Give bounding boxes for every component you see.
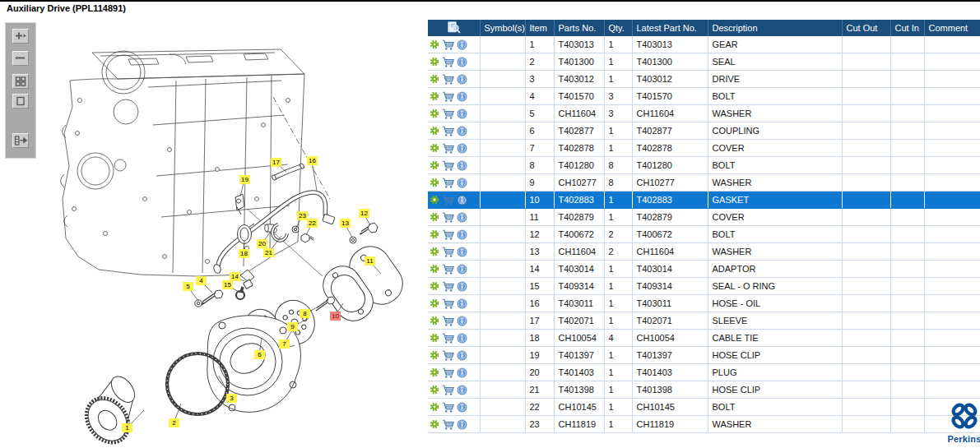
gear-button[interactable]: [430, 160, 439, 170]
table-row[interactable]: 10T4028831T402883GASKET: [428, 192, 980, 209]
table-row[interactable]: 13CH116042CH11604WASHER: [428, 243, 980, 261]
info-button[interactable]: [457, 126, 467, 136]
table-row[interactable]: 22CH101451CH10145BOLT: [428, 399, 980, 416]
cart-button[interactable]: [442, 177, 454, 189]
gear-button[interactable]: [430, 298, 439, 308]
info-button[interactable]: [457, 350, 467, 361]
table-row[interactable]: 1T4030131T403013GEAR: [428, 36, 980, 53]
info-button[interactable]: [457, 281, 467, 292]
info-button[interactable]: [457, 143, 467, 154]
info-button[interactable]: [457, 419, 467, 430]
table-row[interactable]: 11T4028791T402879COVER: [428, 209, 980, 226]
gear-button[interactable]: [430, 229, 439, 239]
gear-button[interactable]: [430, 333, 439, 343]
cart-button[interactable]: [442, 401, 454, 413]
cart-button[interactable]: [442, 211, 454, 224]
gear-button[interactable]: [430, 367, 439, 377]
callout-label-21[interactable]: 21: [263, 248, 274, 257]
cart-button[interactable]: [442, 263, 454, 275]
callout-label-6[interactable]: 6: [254, 350, 265, 359]
info-button[interactable]: [457, 39, 467, 50]
cart-button[interactable]: [442, 159, 454, 172]
table-row[interactable]: 7T4028781T402878COVER: [428, 140, 980, 157]
info-button[interactable]: [457, 333, 467, 344]
cart-button[interactable]: [442, 367, 454, 379]
gear-button[interactable]: [430, 212, 439, 222]
cart-button[interactable]: [442, 315, 454, 327]
callout-label-18[interactable]: 18: [239, 249, 249, 258]
info-button[interactable]: [457, 74, 467, 85]
table-row[interactable]: 14T4030141T403014ADAPTOR: [428, 261, 980, 278]
gear-button[interactable]: [430, 402, 439, 412]
info-button[interactable]: [457, 91, 467, 102]
gear-button[interactable]: [430, 247, 439, 256]
zoom-in-button[interactable]: [12, 29, 29, 44]
callout-label-4[interactable]: 4: [196, 276, 207, 285]
info-button[interactable]: [457, 298, 467, 309]
info-button[interactable]: [457, 367, 467, 378]
callout-label-23[interactable]: 23: [297, 211, 308, 220]
table-row[interactable]: 20T4014031T401403PLUG: [428, 364, 980, 381]
cart-button[interactable]: [442, 108, 454, 120]
callout-label-13[interactable]: 13: [340, 219, 351, 228]
info-button[interactable]: [457, 178, 467, 188]
table-row[interactable]: 9CH102778CH10277WASHER: [428, 174, 980, 192]
gear-button[interactable]: [430, 178, 439, 187]
gear-button[interactable]: [430, 195, 439, 205]
cart-button[interactable]: [442, 418, 454, 431]
callout-label-12[interactable]: 12: [359, 209, 369, 218]
table-row[interactable]: 5CH116043CH11604WASHER: [428, 105, 980, 122]
callout-label-16[interactable]: 16: [307, 156, 318, 165]
info-button[interactable]: [457, 264, 467, 275]
callout-label-22[interactable]: 22: [307, 219, 318, 228]
table-row[interactable]: 21T4013981T401398HOSE CLIP: [428, 381, 980, 399]
table-row[interactable]: 23CH118191CH11819WASHER: [428, 416, 980, 433]
info-button[interactable]: [457, 229, 467, 240]
callout-label-9[interactable]: 9: [287, 322, 298, 331]
callout-label-8[interactable]: 8: [300, 309, 310, 318]
table-row[interactable]: 15T4093141T409314SEAL - O RING: [428, 278, 980, 295]
callout-label-19[interactable]: 19: [239, 175, 250, 184]
table-row[interactable]: 16T4030111T403011HOSE - OIL: [428, 295, 980, 312]
info-button[interactable]: [457, 195, 467, 206]
table-row[interactable]: 6T4028771T402877COUPLING: [428, 122, 980, 140]
info-button[interactable]: [457, 212, 467, 223]
gear-button[interactable]: [430, 126, 439, 136]
gear-button[interactable]: [430, 281, 439, 291]
gear-button[interactable]: [430, 385, 439, 395]
cart-button[interactable]: [442, 194, 454, 206]
callout-label-5[interactable]: 5: [183, 282, 193, 291]
table-row[interactable]: 17T4020711T402071SLEEVE: [428, 312, 980, 330]
gear-button[interactable]: [430, 74, 439, 84]
info-button[interactable]: [457, 247, 467, 257]
info-button[interactable]: [457, 385, 467, 395]
cart-button[interactable]: [442, 56, 454, 68]
callout-label-7[interactable]: 7: [279, 339, 290, 349]
info-button[interactable]: [457, 160, 467, 171]
cart-button[interactable]: [442, 280, 454, 293]
gear-button[interactable]: [430, 316, 439, 326]
cart-button[interactable]: [442, 142, 454, 155]
info-button[interactable]: [457, 109, 467, 119]
callout-label-10[interactable]: 10: [330, 312, 341, 321]
cart-button[interactable]: [442, 349, 454, 362]
callout-label-15[interactable]: 15: [222, 280, 233, 289]
gear-button[interactable]: [430, 91, 439, 101]
gear-button[interactable]: [430, 264, 439, 274]
table-row[interactable]: 12T4006722T400672BOLT: [428, 226, 980, 243]
callout-label-3[interactable]: 3: [226, 394, 237, 403]
zoom-out-button[interactable]: [12, 51, 29, 66]
cart-button[interactable]: [442, 39, 454, 51]
callout-label-2[interactable]: 2: [169, 418, 179, 427]
toggle-panel-button[interactable]: [12, 133, 29, 148]
table-row[interactable]: 19T4013971T401397HOSE CLIP: [428, 347, 980, 364]
cart-button[interactable]: [442, 125, 454, 137]
gear-button[interactable]: [430, 109, 439, 118]
callout-label-17[interactable]: 17: [271, 158, 281, 167]
callout-label-20[interactable]: 20: [257, 239, 267, 248]
table-row[interactable]: 4T4015703T401570BOLT: [428, 88, 980, 105]
gear-button[interactable]: [430, 350, 439, 360]
callout-label-1[interactable]: 1: [122, 423, 132, 432]
gear-button[interactable]: [430, 419, 439, 429]
info-button[interactable]: [457, 402, 467, 413]
